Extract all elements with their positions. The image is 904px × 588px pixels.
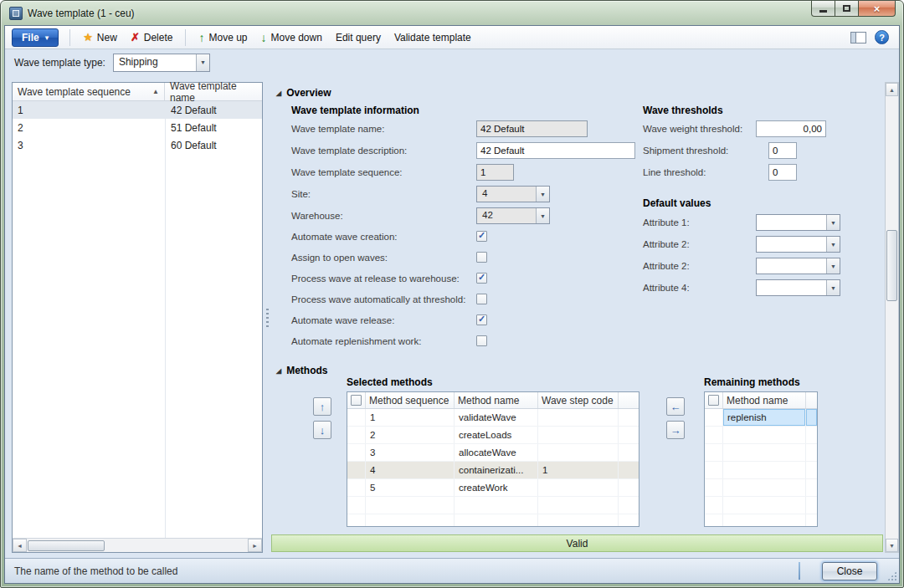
dropdown-icon[interactable]: ▼: [826, 258, 840, 274]
move-down-button[interactable]: ↓ Move down: [254, 28, 329, 47]
row-checkbox-cell[interactable]: [347, 409, 366, 426]
column-header-method-sequence[interactable]: Method sequence: [366, 392, 455, 408]
method-row[interactable]: 2 createLoads: [347, 427, 639, 444]
checkbox-label: Process wave at release to warehouse:: [291, 274, 460, 284]
column-header-sequence[interactable]: Wave template sequence ▲: [13, 83, 165, 100]
cell-filler: [619, 409, 639, 426]
scrollbar-track[interactable]: [105, 539, 248, 552]
vertical-scrollbar[interactable]: ▲ ▼: [885, 82, 899, 553]
method-row[interactable]: 5 createWork: [347, 479, 639, 497]
attribute-1-select[interactable]: ▼: [756, 214, 840, 231]
validate-template-button[interactable]: Validate template: [388, 29, 478, 46]
select-all-checkbox-cell[interactable]: ✓: [705, 392, 723, 408]
horizontal-scrollbar[interactable]: ◄ ►: [13, 538, 262, 552]
automate-wave-release-checkbox[interactable]: ✓: [476, 314, 487, 325]
dropdown-icon[interactable]: ▼: [536, 208, 549, 223]
description-field[interactable]: [476, 142, 635, 159]
help-icon[interactable]: ?: [875, 30, 889, 44]
column-header-filler: [806, 392, 817, 408]
attribute-4-value: [757, 280, 826, 295]
attribute-3-select[interactable]: ▼: [756, 258, 840, 274]
empty-row: [705, 427, 817, 444]
close-button[interactable]: Close: [822, 562, 877, 580]
cell-method-sequence: 4: [366, 462, 455, 478]
description-label: Wave template description:: [291, 142, 407, 159]
transfer-right-button[interactable]: →: [666, 421, 685, 439]
method-row[interactable]: 3 allocateWave: [347, 444, 639, 462]
titlebar[interactable]: Wave template (1 - ceu) ×: [1, 1, 903, 25]
row-checkbox-cell[interactable]: [347, 427, 366, 443]
select-all-checkbox[interactable]: ✓: [708, 395, 719, 406]
column-header-name[interactable]: Wave template name: [165, 83, 262, 100]
close-window-button[interactable]: ×: [858, 1, 896, 17]
transfer-left-button[interactable]: ←: [666, 397, 685, 416]
cell-empty: [806, 479, 817, 496]
attribute-1-value: [757, 215, 826, 230]
table-row[interactable]: 2 51 Default: [13, 119, 262, 136]
shipment-threshold-label: Shipment threshold:: [643, 142, 728, 159]
minimize-button[interactable]: [811, 1, 835, 17]
select-all-checkbox-cell[interactable]: ✓: [347, 392, 366, 408]
row-checkbox-cell[interactable]: [705, 409, 723, 426]
assign-open-waves-checkbox[interactable]: ✓: [476, 252, 487, 263]
method-move-down-button[interactable]: ↓: [313, 421, 331, 439]
toolbar-separator: [185, 29, 186, 46]
method-row-selected[interactable]: 4 containerizati... 1: [347, 462, 639, 479]
column-header-method-name[interactable]: Method name: [455, 392, 538, 408]
new-button[interactable]: ★ New: [76, 28, 124, 46]
dropdown-icon[interactable]: ▼: [826, 237, 840, 252]
dropdown-icon[interactable]: ▼: [536, 187, 549, 202]
cell-filler: [619, 462, 639, 478]
row-checkbox-cell[interactable]: [347, 444, 366, 461]
column-header-method-name[interactable]: Method name: [723, 392, 806, 408]
method-row[interactable]: 1 validateWave: [347, 409, 639, 427]
process-at-threshold-checkbox[interactable]: ✓: [476, 294, 487, 304]
automate-wave-creation-checkbox[interactable]: ✓: [476, 231, 487, 242]
site-select[interactable]: 4 ▼: [476, 186, 550, 202]
row-checkbox-cell[interactable]: [347, 462, 366, 478]
warehouse-select[interactable]: 42 ▼: [476, 207, 550, 224]
weight-threshold-field[interactable]: [756, 120, 826, 137]
attribute-2-select[interactable]: ▼: [756, 236, 840, 253]
edit-query-button[interactable]: Edit query: [329, 29, 388, 46]
cell-method-name: allocateWave: [455, 444, 538, 461]
remaining-method-row-selected[interactable]: replenish: [705, 409, 817, 427]
file-menu-button[interactable]: File ▾: [12, 28, 59, 47]
layout-toggle-icon[interactable]: [850, 32, 866, 43]
table-row[interactable]: 3 60 Default: [13, 136, 262, 154]
line-threshold-field[interactable]: [768, 164, 797, 181]
info-group-heading: Wave template information: [291, 105, 419, 116]
section-header-overview[interactable]: ◢ Overview: [276, 87, 331, 99]
scrollbar-thumb[interactable]: [886, 230, 897, 301]
scroll-right-button[interactable]: ►: [248, 539, 262, 552]
method-move-up-button[interactable]: ↑: [313, 397, 331, 416]
toolbar: File ▾ ★ New ✗ Delete ↑ Move up ↓ Move d…: [5, 26, 899, 49]
sequence-field[interactable]: [476, 164, 514, 181]
attribute-4-select[interactable]: ▼: [756, 279, 840, 296]
selected-methods-heading: Selected methods: [347, 376, 433, 388]
scroll-up-button[interactable]: ▲: [886, 83, 898, 96]
row-checkbox-cell[interactable]: [347, 479, 366, 496]
dropdown-icon[interactable]: ▼: [826, 280, 840, 295]
delete-button[interactable]: ✗ Delete: [124, 28, 180, 46]
cell-empty: [538, 514, 619, 527]
shipment-threshold-field[interactable]: [768, 142, 797, 159]
resize-grip-icon[interactable]: [887, 571, 896, 580]
automate-replenishment-checkbox[interactable]: ✓: [476, 335, 487, 346]
scrollbar-track[interactable]: [886, 96, 898, 539]
select-all-checkbox[interactable]: ✓: [351, 395, 362, 406]
wave-template-type-select[interactable]: Shipping ▼: [113, 54, 210, 72]
scroll-left-button[interactable]: ◄: [13, 539, 27, 552]
dropdown-icon[interactable]: ▼: [196, 54, 209, 71]
scroll-down-button[interactable]: ▼: [886, 539, 898, 552]
process-at-release-checkbox[interactable]: ✓: [476, 273, 487, 284]
dropdown-icon[interactable]: ▼: [826, 215, 840, 230]
column-header-wave-step-code[interactable]: Wave step code: [538, 392, 619, 408]
move-up-button[interactable]: ↑ Move up: [192, 28, 254, 47]
maximize-button[interactable]: [835, 1, 859, 17]
section-header-methods[interactable]: ◢ Methods: [276, 365, 328, 376]
table-row[interactable]: 1 42 Default: [13, 101, 262, 119]
panel-splitter[interactable]: [263, 82, 271, 553]
name-field[interactable]: [476, 120, 588, 137]
scrollbar-thumb[interactable]: [28, 540, 105, 551]
